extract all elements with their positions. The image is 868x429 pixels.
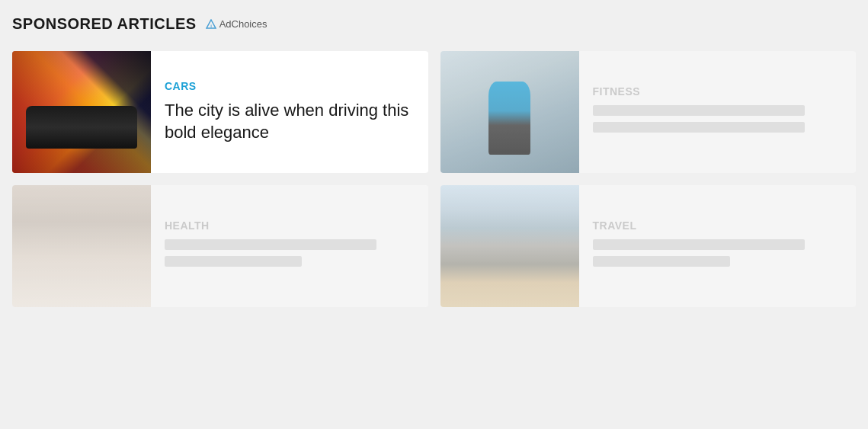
health-placeholder-line-1 <box>165 239 376 250</box>
health-photo <box>12 185 151 307</box>
svg-text:i: i <box>210 23 212 27</box>
card-travel-category: TRAVEL <box>593 219 843 232</box>
card-travel[interactable]: TRAVEL <box>440 185 857 307</box>
card-fitness-image <box>440 51 579 173</box>
fitness-photo <box>440 51 579 173</box>
adchoices-link[interactable]: i AdChoices <box>206 18 267 30</box>
card-travel-image <box>440 185 579 307</box>
fitness-placeholder-line-1 <box>593 105 805 116</box>
card-travel-content: TRAVEL <box>579 185 857 307</box>
cars-photo <box>12 51 151 173</box>
travel-photo <box>440 185 579 307</box>
health-placeholder-line-2 <box>165 256 302 267</box>
card-cars-title: The city is alive when driving this bold… <box>165 100 415 143</box>
page-header: SPONSORED ARTICLES i AdChoices <box>12 15 856 33</box>
card-health-image <box>12 185 151 307</box>
fitness-placeholder-line-2 <box>593 122 805 133</box>
card-cars-image <box>12 51 151 173</box>
card-fitness-category: FITNESS <box>593 85 843 98</box>
page-title: SPONSORED ARTICLES <box>12 15 197 33</box>
card-cars-content: CARS The city is alive when driving this… <box>151 51 428 173</box>
adchoices-icon: i <box>206 19 216 30</box>
card-cars[interactable]: CARS The city is alive when driving this… <box>12 51 428 173</box>
card-health[interactable]: HEALTH <box>12 185 428 307</box>
card-fitness[interactable]: FITNESS <box>440 51 857 173</box>
card-cars-category: CARS <box>165 80 415 92</box>
adchoices-label: AdChoices <box>219 18 267 30</box>
card-health-content: HEALTH <box>151 185 428 307</box>
card-health-category: HEALTH <box>165 219 415 232</box>
travel-placeholder-line-1 <box>593 239 805 250</box>
articles-grid: CARS The city is alive when driving this… <box>12 51 856 307</box>
travel-placeholder-line-2 <box>593 256 730 267</box>
card-fitness-content: FITNESS <box>579 51 857 173</box>
